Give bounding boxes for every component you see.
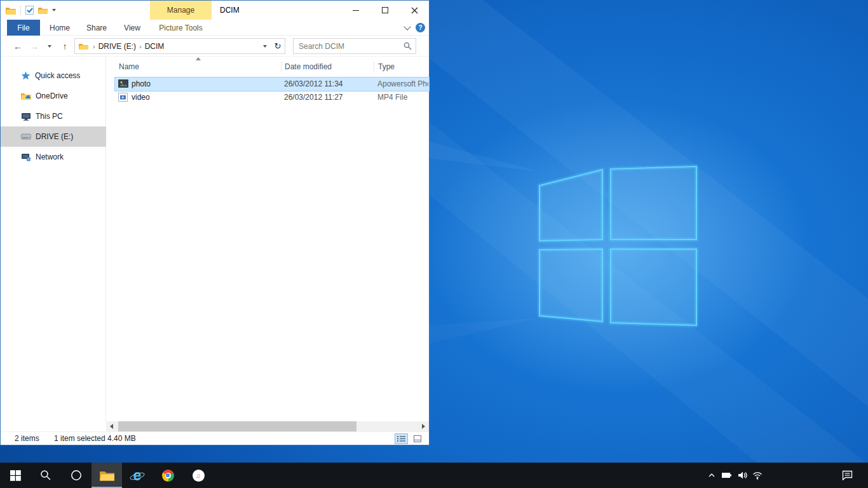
minimize-icon	[353, 10, 359, 11]
thumbnails-view-button[interactable]	[410, 433, 424, 444]
taskbar: e ♫	[0, 463, 868, 488]
file-date-modified: 26/03/2012 11:27	[284, 91, 343, 104]
quick-access-toolbar	[6, 1, 56, 20]
tab-picture-tools[interactable]: Picture Tools	[151, 20, 210, 36]
window-controls	[341, 1, 429, 20]
cortana-button[interactable]	[61, 463, 92, 488]
qat-divider	[20, 6, 21, 15]
address-dropdown-button[interactable]	[259, 45, 271, 48]
back-button[interactable]: ←	[11, 36, 25, 57]
system-tray	[704, 463, 765, 488]
ie-icon: e	[130, 467, 145, 484]
column-divider[interactable]	[374, 62, 374, 72]
sidebar-item-drive-e[interactable]: DRIVE (E:)	[1, 126, 106, 147]
address-bar[interactable]: › DRIVE (E:) › DCIM ↻	[74, 38, 285, 54]
taskbar-file-explorer-button[interactable]	[92, 463, 122, 488]
details-view-button[interactable]	[395, 433, 408, 444]
minimize-button[interactable]	[341, 1, 370, 20]
volume-control[interactable]	[735, 463, 750, 488]
thumbnails-view-icon	[414, 435, 421, 442]
horizontal-scrollbar[interactable]	[106, 421, 429, 431]
action-center-button[interactable]	[837, 463, 857, 488]
title-bar[interactable]: Manage DCIM	[1, 1, 429, 20]
action-center-icon	[842, 470, 853, 480]
file-date-modified: 26/03/2012 11:34	[284, 78, 343, 91]
up-button[interactable]: ↑	[58, 36, 72, 57]
contextual-tab-group[interactable]: Manage	[150, 1, 212, 20]
scroll-right-button[interactable]	[418, 421, 429, 431]
expand-ribbon-chevron-icon[interactable]	[403, 23, 410, 30]
onedrive-icon	[21, 92, 31, 100]
file-name: video	[132, 91, 150, 104]
triangle-right-icon	[422, 424, 425, 429]
start-button[interactable]	[0, 463, 31, 488]
taskbar-ie-button[interactable]: e	[122, 463, 153, 488]
maximize-button[interactable]	[370, 1, 400, 20]
sidebar-item-this-pc[interactable]: This PC	[1, 106, 106, 126]
sidebar-item-label: Network	[36, 152, 64, 161]
window-folder-icon[interactable]	[6, 6, 16, 15]
qat-properties-button[interactable]	[25, 6, 34, 15]
chevron-up-icon	[708, 471, 715, 479]
taskbar-chrome-button[interactable]	[153, 463, 183, 488]
breadcrumb-item-drive[interactable]: DRIVE (E:)	[98, 42, 136, 51]
tab-home[interactable]: Home	[45, 20, 74, 36]
sidebar-item-label: Quick access	[35, 71, 80, 80]
battery-icon	[722, 471, 732, 479]
pc-icon	[21, 112, 31, 121]
sidebar-item-onedrive[interactable]: OneDrive	[1, 86, 106, 106]
column-divider[interactable]	[281, 62, 281, 72]
sidebar-item-label: DRIVE (E:)	[36, 132, 73, 141]
battery-status[interactable]	[719, 463, 735, 488]
scrollbar-thumb[interactable]	[118, 421, 356, 431]
close-button[interactable]	[400, 1, 429, 20]
sidebar-item-network[interactable]: Network	[1, 147, 106, 167]
network-status[interactable]	[750, 463, 765, 488]
speaker-icon	[738, 471, 747, 480]
column-header-date-modified[interactable]: Date modified	[285, 60, 373, 73]
maximize-icon	[382, 7, 388, 13]
breadcrumb-item-dcim[interactable]: DCIM	[145, 42, 165, 51]
help-button[interactable]: ?	[416, 23, 425, 32]
close-icon	[411, 7, 418, 14]
chrome-inner-ring	[165, 473, 171, 478]
column-header-type[interactable]: Type	[378, 60, 428, 73]
ribbon-tab-row: File Home Share View Picture Tools ?	[1, 20, 429, 36]
file-name: photo	[132, 78, 151, 91]
taskbar-itunes-button[interactable]: ♫	[183, 463, 214, 488]
desktop: Manage DCIM File Home Share View Picture…	[0, 0, 868, 488]
tray-expand-button[interactable]	[704, 463, 719, 488]
sidebar-item-quick-access[interactable]: Quick access	[1, 65, 106, 86]
qat-new-folder-button[interactable]	[38, 6, 48, 14]
forward-button[interactable]: →	[27, 36, 41, 57]
file-row-video[interactable]: video 26/03/2012 11:27 MP4 File	[115, 91, 429, 104]
sidebar-item-label: OneDrive	[36, 92, 68, 100]
breadcrumb-separator: ›	[136, 43, 145, 50]
tab-view[interactable]: View	[118, 20, 147, 36]
refresh-button[interactable]: ↻	[271, 41, 285, 51]
column-header-name[interactable]: Name	[119, 60, 280, 73]
cortana-icon	[71, 470, 82, 481]
tab-share[interactable]: Share	[81, 20, 112, 36]
chrome-icon	[162, 470, 174, 482]
items-count: 2 items	[15, 432, 39, 445]
address-row: ← → ↑ › DRIVE (E:) › DCIM ↻	[1, 36, 429, 57]
file-type: Apowersoft Pho	[377, 78, 428, 91]
selection-size: 4.40 MB	[107, 432, 136, 445]
qat-customize-button[interactable]	[52, 9, 56, 11]
search-input[interactable]	[294, 39, 416, 53]
scroll-left-button[interactable]	[106, 421, 117, 431]
taskbar-search-button[interactable]	[31, 463, 61, 488]
star-icon	[21, 71, 31, 80]
drive-icon	[21, 133, 31, 140]
recent-locations-button[interactable]	[44, 36, 55, 57]
search-icon	[40, 470, 51, 481]
file-explorer-window: Manage DCIM File Home Share View Picture…	[0, 0, 430, 445]
file-row-photo[interactable]: photo 26/03/2012 11:34 Apowersoft Pho	[115, 78, 429, 91]
video-file-icon	[118, 93, 128, 102]
chevron-down-icon	[263, 45, 267, 48]
address-folder-icon	[79, 43, 88, 50]
file-tab[interactable]: File	[7, 20, 40, 36]
folder-icon	[100, 470, 114, 481]
search-icon	[403, 42, 412, 50]
